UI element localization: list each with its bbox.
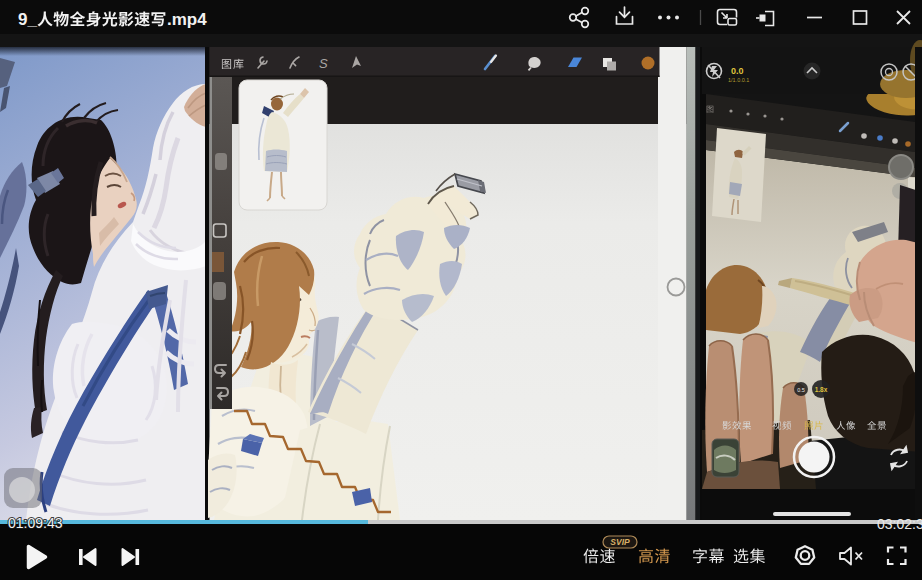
svg-text:0.0: 0.0 (731, 66, 744, 76)
svg-text:SVIP: SVIP (610, 537, 630, 547)
svg-text:.mp4: .mp4 (167, 10, 207, 29)
svg-text:1/1.0.0.1: 1/1.0.0.1 (728, 77, 749, 83)
svg-text:1.8x: 1.8x (815, 386, 828, 393)
svg-text:0.5: 0.5 (797, 387, 805, 393)
svg-text:S: S (319, 56, 328, 71)
svg-text:03:02:37: 03:02:37 (877, 516, 922, 532)
svg-text:01:09:43: 01:09:43 (8, 515, 63, 531)
svg-text:9_: 9_ (18, 10, 37, 29)
